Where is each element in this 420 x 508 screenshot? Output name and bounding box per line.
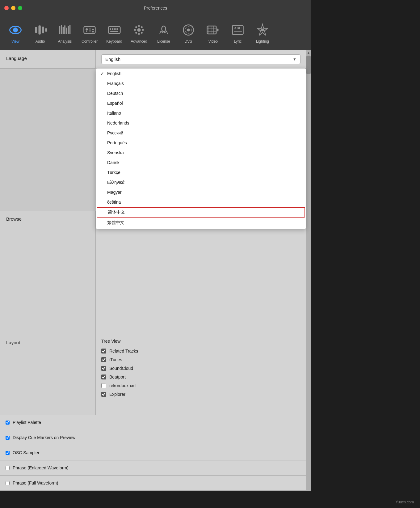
controller-icon: [82, 23, 97, 37]
maximize-button[interactable]: [18, 6, 22, 10]
language-content: English ▼ English Français Deutsch Españ…: [96, 50, 306, 68]
dropdown-arrow-icon: ▼: [293, 57, 296, 61]
beatport-checkbox[interactable]: [101, 375, 106, 379]
scrollbar-thumb[interactable]: [306, 56, 311, 74]
osc-sampler-label: OSC Sampler: [13, 450, 39, 455]
language-option-russian[interactable]: Русский: [96, 128, 306, 138]
toolbar-item-license[interactable]: License: [151, 20, 176, 46]
display-cue-checkbox[interactable]: [6, 436, 10, 440]
scrollbar[interactable]: ▲: [306, 50, 311, 491]
analysis-icon: [57, 23, 72, 37]
language-option-nederlands[interactable]: Nederlands: [96, 118, 306, 128]
toolbar-item-view[interactable]: View: [3, 20, 28, 46]
toolbar-item-audio[interactable]: Audio: [28, 20, 52, 46]
svg-rect-3: [35, 27, 37, 32]
checkbox-beatport: Beatport: [101, 373, 300, 381]
svg-rect-40: [207, 26, 216, 34]
lyric-icon: ABC: [230, 23, 245, 37]
rekordbox-xml-label: rekordbox xml: [109, 383, 136, 388]
related-tracks-label: Related Tracks: [109, 349, 138, 353]
toolbar-item-lighting[interactable]: Lighting: [250, 20, 275, 46]
svg-rect-6: [45, 28, 47, 32]
language-option-italiano[interactable]: Italiano: [96, 108, 306, 118]
svg-point-31: [142, 29, 144, 31]
soundcloud-checkbox[interactable]: [101, 366, 106, 371]
checkbox-soundcloud: SoundCloud: [101, 364, 300, 373]
toolbar-item-lyric[interactable]: ABC Lyric: [225, 20, 250, 46]
minimize-button[interactable]: [11, 6, 15, 10]
toolbar-item-analysis[interactable]: Analysis: [52, 20, 77, 46]
svg-rect-17: [89, 28, 91, 29]
osc-sampler-checkbox-row: OSC Sampler: [6, 450, 39, 455]
svg-point-32: [135, 26, 137, 28]
itunes-label: iTunes: [109, 357, 122, 362]
audio-label: Audio: [36, 39, 45, 44]
toolbar-item-advanced[interactable]: Advanced: [127, 20, 151, 46]
language-option-cestina[interactable]: čeština: [96, 197, 306, 207]
related-tracks-checkbox[interactable]: [101, 349, 106, 353]
license-icon: [156, 23, 171, 37]
keyboard-label: Keyboard: [106, 39, 122, 44]
checkbox-rekordbox-xml: rekordbox xml: [101, 381, 300, 390]
scroll-up-arrow[interactable]: ▲: [306, 50, 311, 55]
playlist-palette-checkbox[interactable]: [6, 421, 10, 425]
svg-rect-22: [110, 28, 111, 30]
svg-rect-24: [114, 28, 116, 30]
language-option-greek[interactable]: Ελληνικά: [96, 177, 306, 187]
view-label: View: [11, 39, 19, 44]
language-option-dansk[interactable]: Dansk: [96, 158, 306, 167]
svg-point-49: [261, 28, 264, 31]
language-option-traditional-chinese[interactable]: 繁體中文: [96, 218, 306, 228]
toolbar-item-dvs[interactable]: DVS: [176, 20, 201, 46]
toolbar-item-keyboard[interactable]: Keyboard: [102, 20, 127, 46]
beatport-label: Beatport: [109, 375, 126, 379]
itunes-checkbox[interactable]: [101, 357, 106, 362]
license-label: License: [157, 39, 170, 44]
lyric-label: Lyric: [234, 39, 242, 44]
language-option-english[interactable]: English: [96, 69, 306, 78]
advanced-icon: [132, 23, 146, 37]
language-dropdown-menu: English Français Deutsch Español Italian…: [96, 68, 306, 229]
rekordbox-xml-checkbox[interactable]: [101, 383, 106, 388]
svg-point-35: [135, 32, 137, 34]
svg-text:ABC: ABC: [234, 26, 242, 30]
phrase-full-checkbox[interactable]: [6, 481, 10, 485]
language-option-magyar[interactable]: Magyar: [96, 187, 306, 197]
language-option-portuguese[interactable]: Português: [96, 138, 306, 148]
phrase-enlarged-row: Phrase (Enlarged Waveform): [0, 460, 306, 476]
svg-rect-13: [69, 25, 71, 34]
close-button[interactable]: [4, 6, 9, 10]
svg-point-34: [141, 26, 143, 28]
phrase-full-row: Phrase (Full Waveform): [0, 476, 306, 491]
language-row: Language English ▼ English Français Deut…: [0, 50, 306, 69]
language-option-svenska[interactable]: Svenska: [96, 148, 306, 158]
language-option-francais[interactable]: Français: [96, 78, 306, 88]
language-option-espanol[interactable]: Español: [96, 98, 306, 108]
language-option-korean[interactable]: 한국어: [96, 228, 306, 229]
svg-rect-21: [108, 27, 120, 33]
tree-view-label: Tree View: [101, 339, 300, 344]
view-icon: [8, 23, 23, 37]
svg-rect-11: [66, 28, 67, 34]
titlebar: Preferences: [0, 0, 311, 16]
video-label: Video: [208, 39, 218, 44]
language-option-deutsch[interactable]: Deutsch: [96, 88, 306, 98]
browse-label: Browse: [0, 211, 96, 334]
phrase-enlarged-checkbox[interactable]: [6, 466, 10, 470]
toolbar-item-controller[interactable]: Controller: [77, 20, 102, 46]
osc-sampler-checkbox[interactable]: [6, 451, 10, 455]
analysis-label: Analysis: [58, 39, 72, 44]
layout-row: Layout Tree View Related Tracks iTunes S…: [0, 334, 306, 415]
language-select[interactable]: English ▼: [101, 54, 300, 64]
language-option-turkce[interactable]: Türkçe: [96, 167, 306, 177]
explorer-checkbox[interactable]: [101, 392, 106, 397]
language-option-simplified-chinese[interactable]: 简体中文: [97, 207, 305, 218]
phrase-enlarged-checkbox-row: Phrase (Enlarged Waveform): [6, 465, 69, 470]
toolbar-item-video[interactable]: Video: [201, 20, 225, 46]
browse-row: Browse: [0, 211, 306, 334]
advanced-label: Advanced: [131, 39, 147, 44]
phrase-enlarged-label: Phrase (Enlarged Waveform): [13, 465, 69, 470]
svg-point-27: [137, 28, 141, 32]
toolbar: View Audio Analysis: [0, 16, 311, 50]
svg-rect-4: [39, 25, 41, 34]
